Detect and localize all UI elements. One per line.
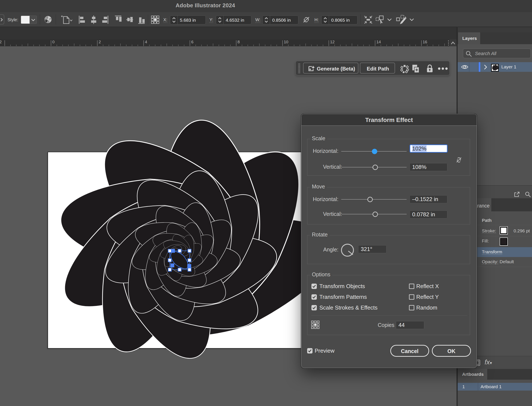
svg-text:0: 0 (52, 40, 55, 44)
svg-text:16: 16 (423, 40, 427, 44)
svg-text:10: 10 (284, 40, 288, 44)
svg-text:-2: -2 (0, 40, 2, 44)
svg-text:14: 14 (376, 40, 381, 44)
svg-text:6: 6 (191, 40, 194, 44)
svg-text:4: 4 (145, 40, 147, 44)
svg-text:2: 2 (99, 40, 101, 44)
svg-text:8: 8 (237, 40, 240, 44)
svg-text:12: 12 (330, 40, 335, 44)
